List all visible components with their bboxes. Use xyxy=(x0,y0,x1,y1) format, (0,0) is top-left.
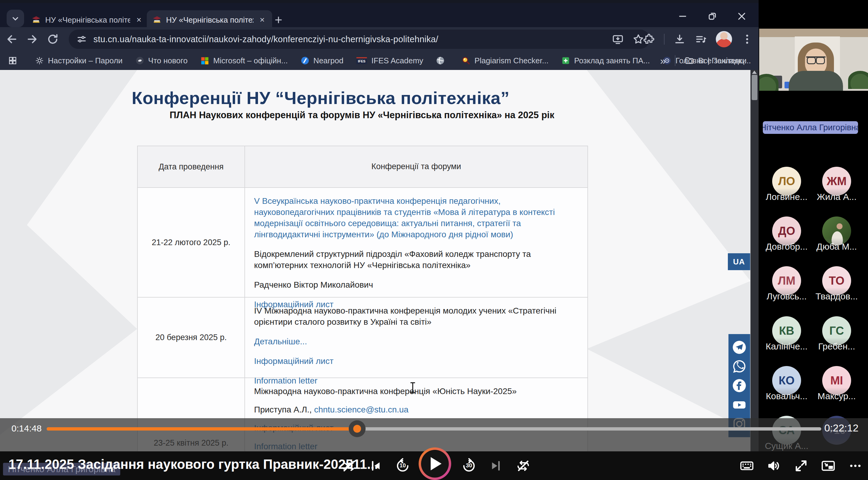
participant-initials: МІ xyxy=(830,374,843,387)
previous-button[interactable] xyxy=(368,458,383,474)
bookmark-item[interactable]: Plagiarism Checker... xyxy=(461,56,549,65)
language-badge[interactable]: UA xyxy=(728,253,750,270)
table-row: 21-22 лютого 2025 р. V Всеукраїнська нау… xyxy=(138,188,587,298)
participant-avatar[interactable]: ЛМ xyxy=(772,266,801,295)
participant-avatar[interactable]: КВ xyxy=(772,316,801,345)
all-bookmarks-button[interactable]: Все закладки xyxy=(684,56,747,65)
all-bookmarks-label: Все закладки xyxy=(698,56,747,65)
window-restore-button[interactable] xyxy=(704,8,720,24)
column-header-date: Дата проведення xyxy=(138,146,245,187)
globe-icon xyxy=(436,56,445,65)
chevron-down-icon xyxy=(11,14,20,23)
bookmarks-bar: Настройки – Пароли Что нового Microsoft … xyxy=(0,51,758,70)
site-info-icon[interactable] xyxy=(76,34,87,44)
active-speaker-video[interactable] xyxy=(759,29,868,91)
email-link[interactable]: chntu.science@stu.cn.ua xyxy=(314,405,408,414)
details-link[interactable]: Детальніше... xyxy=(254,337,307,346)
telegram-icon[interactable] xyxy=(732,339,747,355)
scroll-up-arrow[interactable] xyxy=(752,70,757,74)
participant-avatar[interactable]: ГС xyxy=(822,316,851,345)
shared-screen: НУ «Чернігівська політехніка» × НУ «Черн… xyxy=(0,0,758,480)
bookmark-item[interactable]: Настройки – Пароли xyxy=(35,56,123,65)
extensions-puzzle-icon[interactable] xyxy=(643,33,655,45)
fullscreen-icon[interactable] xyxy=(793,458,809,474)
webcam-glasses xyxy=(806,56,826,64)
webcam-plant xyxy=(848,71,868,89)
tab-close-icon[interactable]: × xyxy=(258,16,267,24)
plus-icon xyxy=(274,15,283,25)
window-minimize-button[interactable] xyxy=(675,8,690,24)
menu-kebab-icon[interactable] xyxy=(741,33,753,45)
shuffle-off-icon[interactable] xyxy=(341,458,356,474)
forward-30-button[interactable]: 30 xyxy=(461,458,477,474)
profile-avatar[interactable] xyxy=(716,31,732,47)
tab-title: НУ «Чернігівська політехніка» xyxy=(166,16,253,25)
bookmark-label: Настройки – Пароли xyxy=(48,56,123,65)
bookmark-item[interactable]: Розклад занять ПА... xyxy=(561,56,650,65)
site-favicon-icon xyxy=(152,15,162,25)
window-close-button[interactable] xyxy=(734,8,749,24)
table-row: 20 березня 2025 р. IV Міжнародна науково… xyxy=(138,298,587,378)
forward-button[interactable] xyxy=(24,30,41,48)
row-text: Радченко Віктор Миколайович xyxy=(254,279,578,291)
reload-button[interactable] xyxy=(44,30,61,48)
background-shape xyxy=(0,200,137,435)
schedule-sheet-icon xyxy=(561,56,570,65)
bookmark-item[interactable] xyxy=(436,56,449,65)
apps-grid-icon[interactable] xyxy=(8,56,18,65)
whatsapp-icon[interactable] xyxy=(732,359,747,374)
participant-name: Максур... xyxy=(809,391,864,401)
play-button[interactable] xyxy=(418,447,451,480)
seek-handle[interactable] xyxy=(349,420,366,437)
autoplay-off-icon[interactable] xyxy=(516,458,531,474)
youtube-icon[interactable] xyxy=(732,397,747,413)
player-timeline[interactable]: 0:14:48 0:22:12 xyxy=(0,416,868,437)
bookmark-item[interactable]: IFES IFES Academy xyxy=(356,56,423,65)
next-button-disabled[interactable] xyxy=(488,458,504,474)
bookmark-item[interactable]: Microsoft – офіційн... xyxy=(200,56,287,65)
more-options-icon[interactable] xyxy=(847,458,863,474)
info-letter-link[interactable]: Інформаційний лист xyxy=(254,356,333,366)
url-bar[interactable]: stu.cn.ua/nauka-ta-innovatcii/naukovi-za… xyxy=(69,30,650,49)
bookmark-item[interactable]: Nearpod xyxy=(301,56,344,65)
new-tab-button[interactable] xyxy=(271,13,286,27)
facebook-icon[interactable] xyxy=(732,378,747,393)
row-date: 20 березня 2025 р. xyxy=(138,298,245,378)
reading-list-media-icon[interactable] xyxy=(695,33,707,45)
bookmark-star-icon[interactable] xyxy=(632,33,644,45)
participant-avatar[interactable]: ДО xyxy=(772,216,801,245)
microsoft-logo-icon xyxy=(200,56,209,65)
bookmark-item[interactable]: Что нового xyxy=(135,56,188,65)
participant-name: Твардов... xyxy=(809,291,864,301)
browser-tab-1[interactable]: НУ «Чернігівська політехніка» × xyxy=(26,10,149,30)
magnifier-icon xyxy=(461,56,470,65)
keyboard-shortcuts-icon[interactable] xyxy=(739,458,755,474)
participant-initials: КО xyxy=(779,374,795,387)
volume-icon[interactable] xyxy=(766,458,782,474)
browser-tab-2-active[interactable]: НУ «Чернігівська політехніка» × xyxy=(147,10,272,30)
text-cursor xyxy=(412,382,413,393)
conference-link[interactable]: V Всеукраїнська науково-практична конфер… xyxy=(254,196,555,239)
participant-avatar[interactable]: МІ xyxy=(822,366,851,395)
seek-track[interactable] xyxy=(47,427,821,430)
participant-name: Дюба М... xyxy=(809,241,864,252)
install-app-icon[interactable] xyxy=(612,33,624,45)
participant-name: Довгобр... xyxy=(760,241,814,252)
tab-close-icon[interactable]: × xyxy=(134,16,144,24)
forward-seconds-label: 30 xyxy=(461,462,477,469)
participant-avatar[interactable]: ТО xyxy=(822,266,851,295)
downloads-icon[interactable] xyxy=(674,33,686,45)
tab-search-button[interactable] xyxy=(7,10,24,27)
scrollbar-thumb[interactable] xyxy=(752,75,757,100)
rewind-10-button[interactable]: 10 xyxy=(395,458,410,474)
participant-avatar[interactable]: ЖМ xyxy=(822,167,851,196)
participant-avatar-photo[interactable] xyxy=(822,216,851,245)
picture-in-picture-icon[interactable] xyxy=(820,458,836,474)
participant-initials: ЛО xyxy=(778,175,795,188)
row-date: 21-22 лютого 2025 р. xyxy=(138,188,245,297)
bookmarks-overflow-chevrons[interactable]: » xyxy=(660,55,666,67)
back-button[interactable] xyxy=(3,30,21,48)
participant-avatar[interactable]: ЛО xyxy=(772,167,801,196)
participant-avatar[interactable]: КО xyxy=(772,366,801,395)
svg-text:IFES: IFES xyxy=(358,59,366,63)
